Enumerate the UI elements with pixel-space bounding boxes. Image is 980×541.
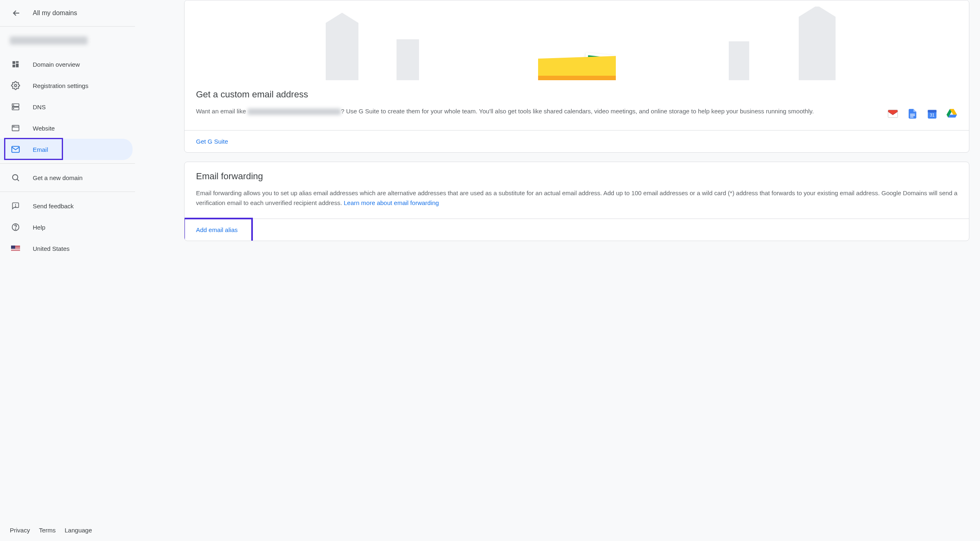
svg-rect-1 bbox=[16, 61, 19, 63]
email-icon bbox=[11, 144, 20, 154]
svg-point-18 bbox=[15, 229, 16, 229]
dashboard-icon bbox=[11, 59, 20, 69]
nav-label: Get a new domain bbox=[33, 174, 83, 181]
get-gsuite-button[interactable]: Get G Suite bbox=[196, 138, 228, 145]
svg-point-13 bbox=[13, 175, 18, 180]
sidebar-header: All my domains bbox=[0, 0, 135, 27]
nav-item-dns[interactable]: DNS bbox=[0, 96, 133, 117]
drive-icon bbox=[946, 108, 957, 119]
svg-rect-2 bbox=[16, 63, 19, 67]
svg-text:31: 31 bbox=[930, 113, 935, 117]
svg-rect-23 bbox=[928, 110, 937, 113]
calendar-icon: 31 bbox=[926, 108, 938, 119]
nav-label: Registration settings bbox=[33, 82, 88, 89]
footer-privacy-link[interactable]: Privacy bbox=[10, 527, 30, 534]
feedback-icon bbox=[11, 201, 20, 211]
svg-rect-19 bbox=[910, 114, 915, 115]
footer-language-link[interactable]: Language bbox=[65, 527, 92, 534]
docs-icon bbox=[907, 108, 918, 119]
learn-more-link[interactable]: Learn more about email forwarding bbox=[344, 199, 439, 206]
nav-item-send-feedback[interactable]: Send feedback bbox=[0, 195, 133, 216]
custom-email-card: Get a custom email address Want an email… bbox=[184, 0, 969, 153]
website-icon bbox=[11, 123, 20, 133]
nav-label: Send feedback bbox=[33, 203, 74, 210]
forwarding-body-text: Email forwarding allows you to set up al… bbox=[196, 189, 957, 206]
back-arrow-icon[interactable] bbox=[11, 8, 21, 18]
divider bbox=[0, 163, 135, 164]
divider bbox=[0, 192, 135, 192]
svg-line-14 bbox=[17, 179, 19, 181]
us-flag-icon bbox=[11, 243, 20, 253]
hero-illustration bbox=[185, 0, 969, 80]
forwarding-title: Email forwarding bbox=[196, 171, 957, 182]
nav-item-get-new-domain[interactable]: Get a new domain bbox=[0, 167, 133, 188]
svg-rect-3 bbox=[13, 65, 16, 68]
nav-item-registration-settings[interactable]: Registration settings bbox=[0, 75, 133, 96]
svg-point-16 bbox=[15, 206, 16, 207]
redacted-email-example bbox=[248, 108, 341, 115]
nav-item-domain-overview[interactable]: Domain overview bbox=[0, 54, 133, 75]
custom-email-action-row: Get G Suite bbox=[185, 130, 969, 152]
sidebar-footer: Privacy Terms Language bbox=[0, 521, 135, 541]
custom-email-title: Get a custom email address bbox=[196, 89, 957, 100]
nav-item-email[interactable]: Email bbox=[0, 139, 133, 160]
gear-icon bbox=[11, 81, 20, 90]
text-prefix: Want an email like bbox=[196, 108, 248, 115]
svg-point-4 bbox=[14, 84, 17, 87]
gsuite-icons: 31 bbox=[887, 106, 957, 119]
sidebar: All my domains Domain overview Registrat… bbox=[0, 0, 135, 541]
nav-item-website[interactable]: Website bbox=[0, 117, 133, 139]
forwarding-text: Email forwarding allows you to set up al… bbox=[196, 188, 957, 208]
nav-label: Domain overview bbox=[33, 61, 80, 68]
nav-label: Help bbox=[33, 224, 45, 231]
gmail-icon bbox=[887, 108, 899, 119]
add-email-alias-button[interactable]: Add email alias bbox=[196, 226, 238, 233]
help-icon bbox=[11, 222, 20, 232]
nav-label: DNS bbox=[33, 104, 46, 110]
nav-list-secondary: Get a new domain bbox=[0, 165, 135, 190]
svg-rect-20 bbox=[910, 115, 915, 116]
nav-list: Domain overview Registration settings DN… bbox=[0, 52, 135, 162]
nav-item-help[interactable]: Help bbox=[0, 216, 133, 238]
nav-label: United States bbox=[33, 245, 70, 252]
nav-item-country[interactable]: United States bbox=[0, 238, 133, 259]
nav-list-tertiary: Send feedback Help United States bbox=[0, 194, 135, 261]
svg-point-7 bbox=[13, 105, 14, 106]
custom-email-text: Want an email like ? Use G Suite to crea… bbox=[196, 106, 879, 116]
sidebar-title: All my domains bbox=[33, 9, 77, 17]
footer-terms-link[interactable]: Terms bbox=[39, 527, 56, 534]
svg-rect-0 bbox=[13, 61, 16, 64]
server-icon bbox=[11, 102, 20, 112]
svg-point-8 bbox=[13, 108, 14, 109]
nav-label: Website bbox=[33, 125, 55, 132]
email-forwarding-card: Email forwarding Email forwarding allows… bbox=[184, 162, 969, 241]
main-content: Get a custom email address Want an email… bbox=[135, 0, 980, 541]
forwarding-action-row: Add email alias bbox=[185, 219, 969, 241]
search-icon bbox=[11, 173, 20, 183]
redacted-domain-name bbox=[10, 36, 88, 45]
svg-rect-11 bbox=[13, 126, 14, 126]
nav-label: Email bbox=[33, 146, 48, 153]
svg-rect-21 bbox=[910, 117, 913, 117]
text-suffix: ? Use G Suite to create them for your wh… bbox=[341, 108, 814, 115]
